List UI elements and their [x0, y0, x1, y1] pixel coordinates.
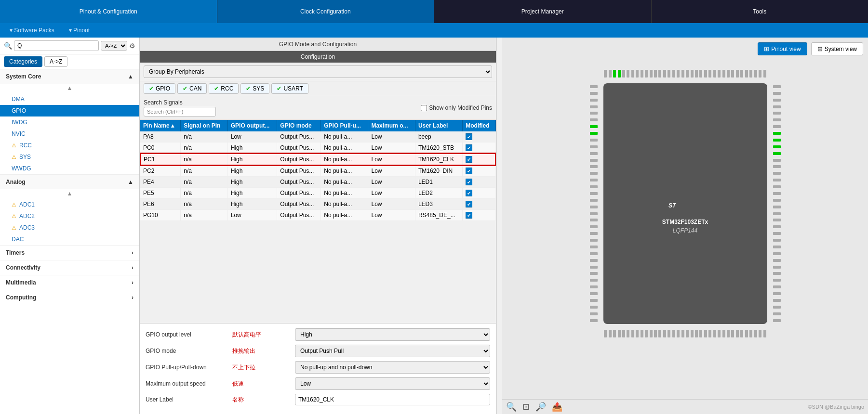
view-tab-bar: ⊞ Pinout view ⊟ System view	[758, 42, 863, 55]
config-select-2[interactable]: No pull-up and no pull-downPull-upPull-d…	[295, 361, 490, 374]
section-multimedia-header[interactable]: Multimedia ›	[0, 275, 139, 290]
sidebar-item-iwdg[interactable]: IWDG	[0, 116, 139, 128]
sidebar-item-adc2[interactable]: ADC2	[0, 210, 139, 222]
pin-bottom	[604, 330, 607, 337]
pin-left	[590, 145, 598, 148]
modified-checkbox[interactable]: ✔	[466, 190, 472, 196]
pin-right	[773, 92, 781, 95]
table-row[interactable]: PG10n/aLowOutput Pus...No pull-a...LowRS…	[140, 210, 495, 221]
section-analog-header[interactable]: Analog ▲	[0, 175, 139, 189]
pin-right	[773, 299, 781, 302]
table-row[interactable]: PC0n/aHighOutput Pus...No pull-a...LowTM…	[140, 142, 495, 154]
sidebar-item-wwdg[interactable]: WWDG	[0, 163, 139, 174]
gpio-tab-gpio[interactable]: ✔ GPIO	[144, 83, 175, 94]
col-modified[interactable]: Modified	[463, 120, 495, 131]
table-row[interactable]: PA8n/aLowOutput Pus...No pull-a...Lowbee…	[140, 131, 495, 142]
table-row[interactable]: PC1n/aHighOutput Pus...No pull-a...LowTM…	[140, 154, 495, 165]
group-by-select[interactable]: Group By Peripherals	[144, 65, 492, 78]
section-system-core-header[interactable]: System Core ▲	[0, 69, 139, 84]
sidebar-item-adc3[interactable]: ADC3	[0, 222, 139, 233]
chip-toolbar-icons: 🔍 ⊡ 🔎 📤	[506, 401, 562, 412]
sidebar-tab-bar: Categories A->Z	[0, 54, 139, 69]
config-select-3[interactable]: LowMediumHigh	[295, 377, 490, 390]
modified-checkbox[interactable]: ✔	[466, 201, 472, 207]
sidebar-item-gpio[interactable]: GPIO	[0, 105, 139, 116]
col-max-speed[interactable]: Maximum o...	[368, 120, 415, 131]
modified-checkbox[interactable]: ✔	[466, 144, 472, 151]
show-modified-checkbox[interactable]: Show only Modified Pins	[421, 104, 492, 111]
zoom-out-icon[interactable]: 🔍	[506, 401, 517, 412]
col-signal[interactable]: Signal on Pin	[181, 120, 227, 131]
sidebar-item-nvic[interactable]: NVIC	[0, 128, 139, 140]
table-row[interactable]: PE4n/aHighOutput Pus...No pull-a...LowLE…	[140, 177, 495, 188]
gpio-tab-sys[interactable]: ✔ SYS	[240, 83, 269, 94]
sidebar-item-dma[interactable]: DMA	[0, 93, 139, 105]
view-tab-pinout[interactable]: ⊞ Pinout view	[758, 42, 807, 55]
config-input-4[interactable]	[295, 394, 490, 405]
pin-left	[590, 285, 598, 288]
sidebar-item-sys[interactable]: SYS	[0, 151, 139, 163]
nav-tools[interactable]: Tools	[652, 0, 868, 23]
pin-bottom	[654, 330, 657, 337]
view-tab-system[interactable]: ⊟ System view	[811, 42, 863, 55]
pin-left	[590, 299, 598, 302]
pin-bottom	[631, 330, 634, 337]
modified-checkbox[interactable]: ✔	[466, 179, 472, 185]
nav-pinout[interactable]: Pinout & Configuration	[0, 0, 217, 23]
modified-checkbox[interactable]: ✔	[466, 133, 472, 140]
sidebar-item-adc1[interactable]: ADC1	[0, 199, 139, 210]
section-timers-header[interactable]: Timers ›	[0, 246, 139, 260]
gpio-tab-can[interactable]: ✔ CAN	[177, 83, 207, 94]
col-user-label[interactable]: User Label	[415, 120, 462, 131]
config-select-0[interactable]: LowHigh	[295, 328, 490, 341]
modified-checkbox[interactable]: ✔	[466, 168, 472, 174]
pin-right	[773, 212, 781, 215]
col-pin-name[interactable]: Pin Name ▴	[140, 120, 181, 131]
fit-icon[interactable]: ⊡	[522, 401, 530, 412]
nav-clock[interactable]: Clock Configuration	[217, 0, 435, 23]
sidebar-item-rcc[interactable]: RCC	[0, 140, 139, 151]
pin-bottom	[699, 330, 702, 337]
zoom-in-icon[interactable]: 🔎	[535, 401, 546, 412]
search-signals-input[interactable]	[144, 107, 216, 116]
col-mode[interactable]: GPIO mode	[277, 120, 321, 131]
pin-right	[773, 292, 781, 295]
table-row[interactable]: PC2n/aHighOutput Pus...No pull-a...LowTM…	[140, 165, 495, 177]
show-modified-check[interactable]	[421, 105, 427, 111]
sidebar-search-bar: 🔍 A->Z ⚙	[0, 38, 139, 54]
table-row[interactable]: PE5n/aHighOutput Pus...No pull-a...LowLE…	[140, 188, 495, 199]
gpio-tab-usart[interactable]: ✔ USART	[271, 83, 308, 94]
sidebar-item-dac[interactable]: DAC	[0, 233, 139, 245]
modified-checkbox[interactable]: ✔	[466, 212, 472, 219]
search-input[interactable]	[14, 40, 99, 51]
tab-categories[interactable]: Categories	[4, 56, 42, 67]
nav-project[interactable]: Project Manager	[434, 0, 652, 23]
pin-top	[740, 70, 743, 78]
modified-checkbox[interactable]: ✔	[466, 156, 472, 163]
pin-left	[590, 92, 598, 95]
section-computing-header[interactable]: Computing ›	[0, 290, 139, 305]
table-row[interactable]: PE6n/aHighOutput Pus...No pull-a...LowLE…	[140, 199, 495, 210]
pin-bottom	[672, 330, 675, 337]
subnav-software-packs[interactable]: ▾ Software Packs	[10, 27, 54, 34]
col-pull[interactable]: GPIO Pull-u...	[321, 120, 368, 131]
col-output[interactable]: GPIO output...	[227, 120, 277, 131]
export-icon[interactable]: 📤	[552, 401, 562, 412]
sub-navigation: ▾ Software Packs ▾ Pinout	[0, 23, 868, 38]
sidebar: 🔍 A->Z ⚙ Categories A->Z System Core ▲ ▲	[0, 38, 140, 414]
subnav-pinout[interactable]: ▾ Pinout	[69, 27, 90, 34]
config-row-1: GPIO mode推挽输出Output Push PullOutput Open…	[146, 345, 490, 357]
config-select-1[interactable]: Output Push PullOutput Open Drain	[295, 345, 490, 357]
gpio-tab-rcc[interactable]: ✔ RCC	[209, 83, 239, 94]
pin-left	[590, 159, 598, 162]
pin-top	[641, 70, 643, 78]
search-order-dropdown[interactable]: A->Z	[101, 41, 127, 51]
section-timers: Timers ›	[0, 246, 139, 260]
section-connectivity-header[interactable]: Connectivity ›	[0, 260, 139, 275]
tab-az[interactable]: A->Z	[44, 56, 67, 67]
pin-top	[645, 70, 648, 78]
scrollbar[interactable]	[496, 38, 502, 414]
pin-top	[668, 70, 670, 78]
gear-icon[interactable]: ⚙	[129, 42, 135, 50]
pin-left	[590, 306, 598, 309]
